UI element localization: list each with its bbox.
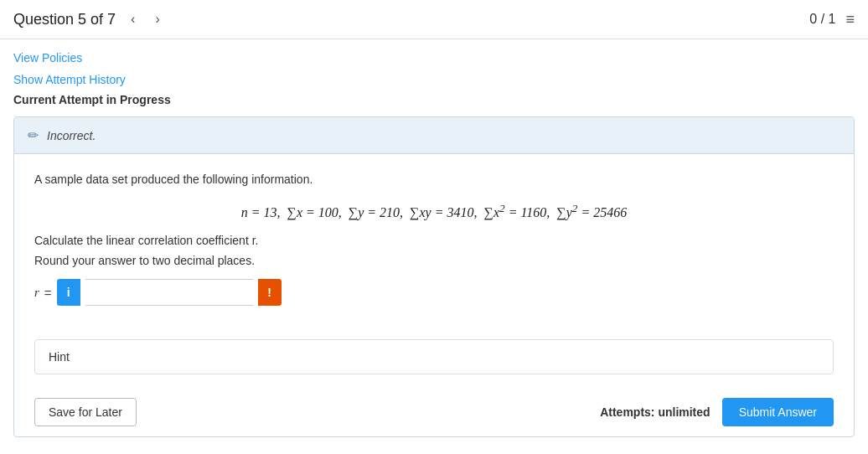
prev-button[interactable]: ‹ [126, 10, 140, 28]
question-intro: A sample data set produced the following… [34, 171, 834, 188]
save-later-button[interactable]: Save for Later [34, 398, 137, 426]
submit-button[interactable]: Submit Answer [722, 398, 834, 426]
equals-sign: = [44, 286, 52, 300]
info-button[interactable]: i [57, 279, 80, 306]
round-text: Round your answer to two decimal places. [34, 254, 834, 267]
question-box: ✏ Incorrect. A sample data set produced … [13, 116, 855, 437]
score-display: 0 / 1 [809, 12, 835, 27]
answer-input[interactable] [85, 279, 253, 306]
question-title: Question 5 of 7 [13, 11, 116, 28]
attempts-label: Attempts: unlimited [600, 405, 710, 419]
bottom-bar: Save for Later Attempts: unlimited Submi… [14, 388, 854, 436]
hint-section: Hint [34, 339, 834, 374]
hint-toggle[interactable]: Hint [35, 340, 833, 374]
show-attempt-history-link[interactable]: Show Attempt History [13, 71, 855, 88]
list-icon[interactable]: ≡ [845, 11, 855, 28]
formula-sum-y: ∑y = 210, [349, 205, 406, 219]
top-bar: Question 5 of 7 ‹ › 0 / 1 ≡ [0, 0, 868, 39]
formula-sum-x: ∑x = 100, [287, 205, 344, 219]
r-label: r [34, 286, 39, 300]
nav-left: Question 5 of 7 ‹ › [13, 10, 165, 28]
formula-sum-y2: ∑y2 = 25466 [556, 205, 627, 219]
calculate-text: Calculate the linear correlation coeffic… [34, 234, 834, 247]
view-policies-link[interactable]: View Policies [13, 49, 855, 66]
math-formula: n = 13, ∑x = 100, ∑y = 210, ∑xy = 3410, … [34, 202, 834, 220]
question-body: A sample data set produced the following… [14, 154, 854, 339]
warning-button[interactable]: ! [258, 279, 282, 306]
answer-row: r = i ! [34, 279, 834, 306]
pencil-icon: ✏ [28, 127, 39, 143]
content-area: View Policies Show Attempt History Curre… [0, 39, 868, 447]
current-attempt-label: Current Attempt in Progress [13, 93, 855, 106]
next-button[interactable]: › [150, 10, 164, 28]
right-bottom: Attempts: unlimited Submit Answer [600, 398, 834, 426]
formula-n: n = 13, [241, 205, 284, 219]
nav-right: 0 / 1 ≡ [809, 11, 855, 28]
formula-sum-x2: ∑x2 = 1160, [484, 205, 554, 219]
incorrect-text: Incorrect. [47, 129, 96, 142]
incorrect-banner: ✏ Incorrect. [14, 117, 854, 154]
formula-sum-xy: ∑xy = 3410, [410, 205, 480, 219]
